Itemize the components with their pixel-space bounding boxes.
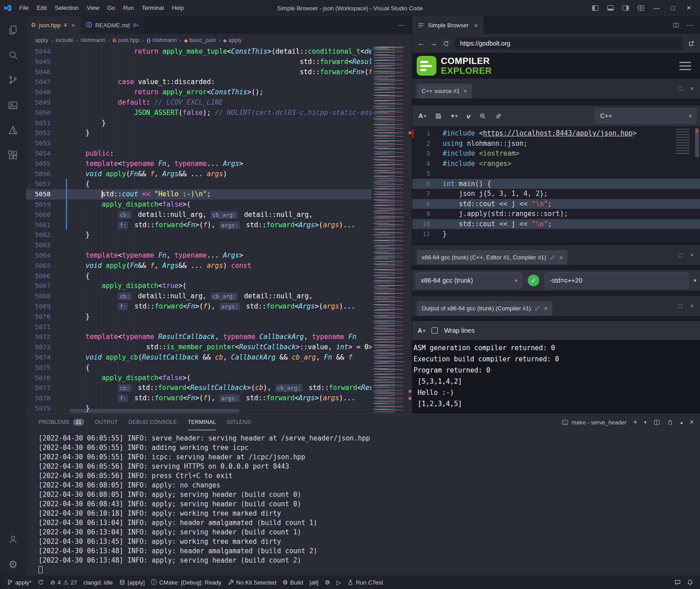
launch-button[interactable]: ▷ xyxy=(333,576,344,589)
line-number[interactable]: 5071 xyxy=(26,322,69,332)
compiler-select[interactable]: x86-64 gcc (trunk) ▾ xyxy=(416,272,522,288)
code-line[interactable]: 5046 std::forward<Fn>(f) xyxy=(26,67,412,77)
code-line[interactable]: 5070 } xyxy=(26,312,412,322)
debug-button[interactable]: ⚙ xyxy=(321,576,333,589)
code-line[interactable]: 5051 } xyxy=(26,118,412,128)
breadcrumb-item[interactable]: Gjson.hpp xyxy=(112,37,139,43)
code-line[interactable]: 5044 return apply_make_tuple<ConstThis>(… xyxy=(26,47,412,57)
code-line[interactable]: 5072 template<typename ResultCallback, t… xyxy=(26,332,412,342)
line-number[interactable]: 5073 xyxy=(26,342,69,352)
back-icon[interactable]: ← xyxy=(418,39,425,47)
line-number[interactable]: 5067 xyxy=(26,281,69,291)
code-line[interactable]: 5075 { xyxy=(26,363,412,373)
terminal-dropdown-icon[interactable]: ▾ xyxy=(644,420,647,425)
line-number[interactable]: 5078 xyxy=(26,393,69,403)
forward-icon[interactable]: → xyxy=(430,39,437,47)
close-icon[interactable]: × xyxy=(544,305,547,312)
source-line[interactable]: 4#include <ranges> xyxy=(412,159,700,169)
hamburger-menu-icon[interactable] xyxy=(679,62,691,70)
panel-tab-terminal[interactable]: TERMINAL xyxy=(188,414,216,430)
close-pane-icon[interactable]: × xyxy=(690,251,694,258)
source-line[interactable]: 2using nlohmann::json; xyxy=(412,139,700,149)
cmake-icon[interactable] xyxy=(2,119,24,141)
font-size-button[interactable]: A▾ xyxy=(418,327,425,334)
maximize-pane-icon[interactable]: □ xyxy=(678,302,682,309)
rename-icon[interactable] xyxy=(550,254,555,260)
menu-terminal[interactable]: Terminal xyxy=(138,0,168,16)
split-editor-icon[interactable] xyxy=(673,22,679,29)
zoom-icon[interactable] xyxy=(479,113,486,119)
maximize-button[interactable]: □ xyxy=(669,4,677,12)
code-line[interactable]: 5068 cb: detail::null_arg, cb_arg: detai… xyxy=(26,291,412,301)
code-line[interactable]: 5063 xyxy=(26,240,412,250)
source-line[interactable]: 3#include <iostream> xyxy=(412,148,700,159)
line-number[interactable]: 5048 xyxy=(26,87,69,97)
code-line[interactable]: 5053 xyxy=(26,138,412,148)
run-ctest[interactable]: Run CTest xyxy=(344,576,386,589)
code-line[interactable]: 5061 f: std::forward<Fn>(f), args: std::… xyxy=(26,220,412,230)
save-icon[interactable] xyxy=(435,113,442,119)
libraries-dropdown-icon[interactable]: ▾ xyxy=(694,277,696,284)
customize-layout-icon[interactable] xyxy=(637,4,645,12)
vim-toggle[interactable]: v xyxy=(466,112,470,120)
source-line[interactable]: 8 std::cout << j << "\n"; xyxy=(412,199,700,209)
panel-tab-debug-console[interactable]: DEBUG CONSOLE xyxy=(128,414,177,430)
close-icon[interactable]: × xyxy=(71,21,75,29)
pin-icon[interactable] xyxy=(495,113,502,119)
code-line[interactable]: 5050 JSON_ASSERT(false); // NOLINT(cert-… xyxy=(26,108,412,118)
git-branch[interactable]: apply* xyxy=(4,576,34,589)
publish[interactable] xyxy=(34,576,47,589)
code-line[interactable]: 5074 void apply_cb(ResultCallback && cb,… xyxy=(26,352,412,363)
compiler-options-input[interactable]: -std=c++20 xyxy=(545,272,688,288)
maximize-pane-icon[interactable]: □ xyxy=(678,251,682,258)
line-number[interactable]: 5063 xyxy=(26,240,69,250)
url-input[interactable]: https://godbolt.org xyxy=(455,37,683,50)
minimize-button[interactable]: — xyxy=(653,4,661,12)
source-line[interactable]: 1#include <https://localhost:8443/apply/… xyxy=(412,128,700,139)
line-number[interactable]: 5045 xyxy=(26,57,69,67)
editor-tab-json.hpp[interactable]: Gjson.hpp4× xyxy=(26,16,81,34)
open-external-icon[interactable] xyxy=(688,40,695,47)
code-line[interactable]: 5073 std::is_member_pointer<ResultCallba… xyxy=(26,342,412,352)
line-number[interactable]: 5074 xyxy=(26,352,69,363)
panel-tab-output[interactable]: OUTPUT xyxy=(95,414,118,430)
line-number[interactable]: 5054 xyxy=(26,148,69,159)
cmake-project[interactable]: [apply] xyxy=(116,576,148,589)
close-pane-icon[interactable]: × xyxy=(690,302,694,309)
line-number[interactable]: 5062 xyxy=(26,230,69,240)
line-number[interactable]: 5053 xyxy=(26,138,69,148)
code-line[interactable]: 5060 cb: detail::null_arg, cb_arg: detai… xyxy=(26,210,412,220)
font-size-button[interactable]: A▾ xyxy=(418,112,426,119)
breadcrumb-item[interactable]: include xyxy=(55,37,73,43)
line-number[interactable]: 5066 xyxy=(26,271,69,281)
output-pane-tab[interactable]: Output of x86-64 gcc (trunk) (Compiler #… xyxy=(417,301,552,316)
search-icon[interactable] xyxy=(2,44,24,66)
menu-file[interactable]: File xyxy=(15,0,33,16)
code-line[interactable]: 5048 return apply_error<ConstThis>(); xyxy=(26,87,412,97)
terminal-output[interactable]: [2022-04-30 06:05:55] INFO: serve_header… xyxy=(38,434,696,574)
code-line[interactable]: 5077 cb: std::forward<ResultCallback>(cb… xyxy=(26,383,412,393)
notifications[interactable] xyxy=(684,576,696,589)
source-editor[interactable]: 1#include <https://localhost:8443/apply/… xyxy=(412,126,700,242)
code-line[interactable]: 5071 xyxy=(26,322,412,332)
code-line[interactable]: 5076 apply_dispatch<false>( xyxy=(26,373,412,383)
breadcrumb-item[interactable]: ◆apply xyxy=(223,37,242,43)
code-line[interactable]: 5066 { xyxy=(26,271,412,281)
minimap[interactable] xyxy=(371,47,408,414)
wrap-lines-checkbox[interactable] xyxy=(431,327,438,334)
line-number[interactable]: 5047 xyxy=(26,77,69,87)
code-line[interactable]: 5055 template<typename Fn, typename... A… xyxy=(26,159,412,169)
compiler-explorer-logo[interactable] xyxy=(417,56,436,76)
problems[interactable]: ⊘4⚠27 xyxy=(47,576,80,589)
line-number[interactable]: 5072 xyxy=(26,332,69,342)
line-number[interactable]: 5079 xyxy=(26,403,69,414)
line-number[interactable]: 5069 xyxy=(26,301,69,312)
maximize-pane-icon[interactable]: □ xyxy=(678,85,682,92)
code-line[interactable]: 5065 void apply(Fn&& f, Args&& ... args)… xyxy=(26,261,412,271)
line-number[interactable]: 5059 xyxy=(26,199,69,210)
line-number[interactable]: 5076 xyxy=(26,373,69,383)
code-line[interactable]: 5054 public: xyxy=(26,148,412,159)
close-icon[interactable]: × xyxy=(559,254,563,261)
code-line[interactable]: 5049 default: // LCOV_EXCL_LINE xyxy=(26,97,412,108)
code-line[interactable]: 5058 std::cout << "Hello :-)\n"; xyxy=(26,189,412,199)
